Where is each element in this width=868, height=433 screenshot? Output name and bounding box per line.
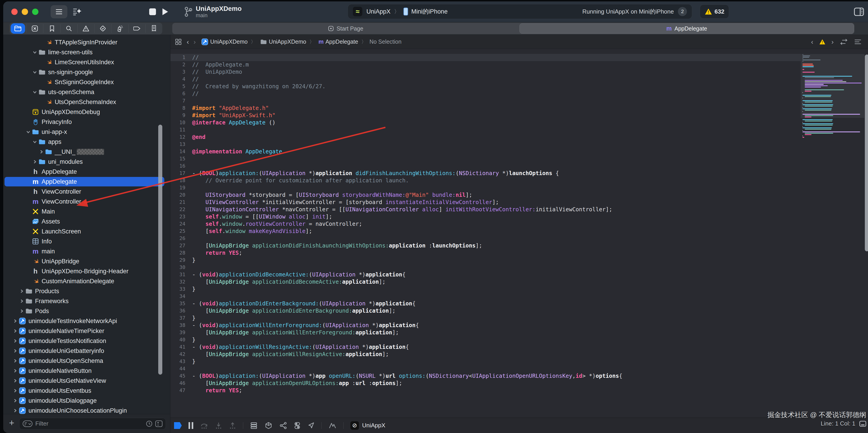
tree-item-ttapplesigninprovider[interactable]: TTAppleSignInProvider: [4, 37, 164, 47]
environment-overrides-icon[interactable]: [294, 422, 301, 429]
navigator-tab-issues[interactable]: [77, 24, 94, 33]
sidebar-toggle-button[interactable]: [51, 5, 67, 18]
metrics-icon[interactable]: [329, 422, 337, 429]
tree-item-pods[interactable]: Pods: [4, 306, 164, 316]
tree-item-unimoduletestiosnotification[interactable]: unimoduleTestIosNotification: [4, 336, 164, 346]
close-window-button[interactable]: [11, 8, 18, 15]
disclosure-open-icon[interactable]: [31, 70, 38, 75]
navigator-tab-tests[interactable]: [94, 24, 111, 33]
stop-button[interactable]: [149, 8, 156, 15]
tree-item-products[interactable]: Products: [4, 286, 164, 296]
warnings-pill[interactable]: 632: [700, 4, 729, 19]
editor-scrollbar[interactable]: [865, 55, 868, 251]
disclosure-closed-icon[interactable]: [12, 368, 19, 373]
zoom-window-button[interactable]: [32, 8, 38, 15]
tree-item-unimoduleutsopenschema[interactable]: unimoduleUtsOpenSchema: [4, 356, 164, 366]
tree-item-launchscreen[interactable]: LaunchScreen: [4, 227, 164, 236]
forward-button[interactable]: ›: [193, 38, 196, 46]
disclosure-closed-icon[interactable]: [12, 328, 19, 334]
clock-icon[interactable]: [146, 420, 153, 427]
run-destination[interactable]: Mini的iPhone: [411, 7, 448, 16]
tree-item-lime-screen-utils[interactable]: lime-screen-utils: [4, 48, 164, 57]
tree-item-unimoduleutseventbus[interactable]: unimoduleUtsEventbus: [4, 386, 164, 396]
disclosure-closed-icon[interactable]: [18, 299, 25, 304]
code-line[interactable]: 9#import "UniAppX-Swift.h": [170, 112, 801, 119]
code-line[interactable]: 15: [170, 155, 801, 163]
tree-item-appdelegate[interactable]: hAppDelegate: [4, 167, 164, 176]
code-line[interactable]: 36 [UniAppBridge applicationDidEnterBack…: [170, 307, 801, 314]
code-line[interactable]: 33}: [170, 286, 801, 293]
tree-item-frameworks[interactable]: Frameworks: [4, 296, 164, 306]
code-line[interactable]: 13: [170, 141, 801, 148]
previous-issue-button[interactable]: ‹: [811, 38, 813, 46]
memory-graph-icon[interactable]: [265, 422, 273, 429]
tree-item-uniappbridge[interactable]: UniAppBridge: [4, 257, 164, 266]
disclosure-open-icon[interactable]: [31, 139, 38, 144]
navigator-tab-source-control[interactable]: [26, 24, 43, 33]
code-line[interactable]: 19: [170, 184, 801, 192]
tree-item-main[interactable]: Main: [4, 207, 164, 216]
running-process[interactable]: ⊘ UniAppX: [350, 421, 385, 430]
disclosure-closed-icon[interactable]: [18, 309, 25, 314]
code-line[interactable]: 22 UINavigationController *navController…: [170, 206, 801, 213]
disclosure-open-icon[interactable]: [25, 129, 32, 134]
code-line[interactable]: 21 UIViewController *initialViewControll…: [170, 199, 801, 206]
navigator-tab-breakpoints[interactable]: [128, 24, 145, 33]
code-line[interactable]: 47 return YES;: [170, 387, 801, 394]
scheme-name[interactable]: UniAppX: [366, 8, 391, 15]
code-line[interactable]: 35- (void)applicationDidEnterBackground:…: [170, 300, 801, 307]
disclosure-closed-icon[interactable]: [12, 378, 19, 383]
tree-item-info[interactable]: Info: [4, 237, 164, 246]
tree-item-main[interactable]: mmain: [4, 247, 164, 256]
code-line[interactable]: 14@implementation AppDelegate: [170, 148, 801, 155]
plus-minus-box-icon[interactable]: [155, 420, 162, 427]
tree-item-unimoduleunigetbatteryinfo[interactable]: unimoduleUniGetbatteryinfo: [4, 346, 164, 356]
activity-status[interactable]: Running UniAppX on Mini的iPhone 2: [582, 7, 687, 16]
code-line[interactable]: 3// UniAppXDemo: [170, 68, 801, 76]
tree-item-unimoduleutsdialogpage[interactable]: unimoduleUtsDialogpage: [4, 396, 164, 405]
inspector-toggle-button[interactable]: [852, 6, 865, 18]
code-line[interactable]: 2// AppDelegate.m: [170, 61, 801, 68]
code-line[interactable]: 29}: [170, 257, 801, 264]
tree-item-privacyinfo[interactable]: PrivacyInfo: [4, 117, 164, 127]
code-line[interactable]: 45- (BOOL)application:(UIApplication *)a…: [170, 372, 801, 380]
code-line[interactable]: 17- (BOOL)application:(UIApplication *)a…: [170, 170, 801, 177]
code-editor[interactable]: 1//2// AppDelegate.m3// UniAppXDemo4//5/…: [170, 49, 868, 417]
code-line[interactable]: 39 [UniAppBridge applicationWillEnterFor…: [170, 329, 801, 336]
tree-item-viewcontroller[interactable]: hViewController: [4, 187, 164, 196]
code-line[interactable]: 24 self.window.rootViewController = navC…: [170, 220, 801, 228]
tree-item-appdelegate[interactable]: mAppDelegate: [4, 177, 164, 186]
code-line[interactable]: 1//: [170, 54, 801, 61]
counterpart-icon[interactable]: [839, 38, 848, 45]
related-items-icon[interactable]: [175, 38, 182, 45]
breadcrumb-file[interactable]: AppDelegate: [326, 38, 358, 45]
filter-input[interactable]: Filter: [19, 418, 166, 430]
code-line[interactable]: 28 return YES;: [170, 249, 801, 257]
network-share-icon[interactable]: [279, 422, 287, 429]
editor-options-icon[interactable]: [854, 39, 862, 45]
tree-item--uni-[interactable]: __UNI_: [4, 147, 164, 156]
tree-item-limescreenutilsindex[interactable]: LimeScreenUtilsIndex: [4, 57, 164, 67]
code-line[interactable]: 31- (void)applicationDidBecomeActive:(UI…: [170, 271, 801, 278]
code-line[interactable]: 40}: [170, 336, 801, 343]
navigator-tab-find[interactable]: [60, 24, 77, 33]
code-line[interactable]: 46 [UniAppBridge applicationOpenURLOptio…: [170, 380, 801, 387]
tree-item-uni-modules[interactable]: uni_modules: [4, 157, 164, 167]
code-line[interactable]: 11: [170, 126, 801, 134]
navigator-tab-project[interactable]: [9, 24, 26, 33]
pause-button[interactable]: [188, 422, 193, 429]
code-line[interactable]: 42 [UniAppBridge applicationWillResignAc…: [170, 351, 801, 358]
tab-appdelegate[interactable]: m AppDelegate: [520, 23, 854, 34]
disclosure-closed-icon[interactable]: [12, 339, 19, 343]
step-out-icon[interactable]: [229, 422, 236, 429]
tree-item-uni-app-x[interactable]: uni-app-x: [4, 127, 164, 137]
disclosure-closed-icon[interactable]: [12, 398, 19, 403]
code-line[interactable]: 44: [170, 365, 801, 372]
code-line[interactable]: 37}: [170, 314, 801, 322]
code-line[interactable]: 30: [170, 264, 801, 271]
disclosure-open-icon[interactable]: [31, 50, 38, 55]
run-button[interactable]: [161, 8, 168, 16]
tab-start-page[interactable]: Start Page: [172, 23, 519, 34]
navigator-tab-bookmarks[interactable]: [43, 24, 60, 33]
disclosure-closed-icon[interactable]: [12, 388, 19, 393]
